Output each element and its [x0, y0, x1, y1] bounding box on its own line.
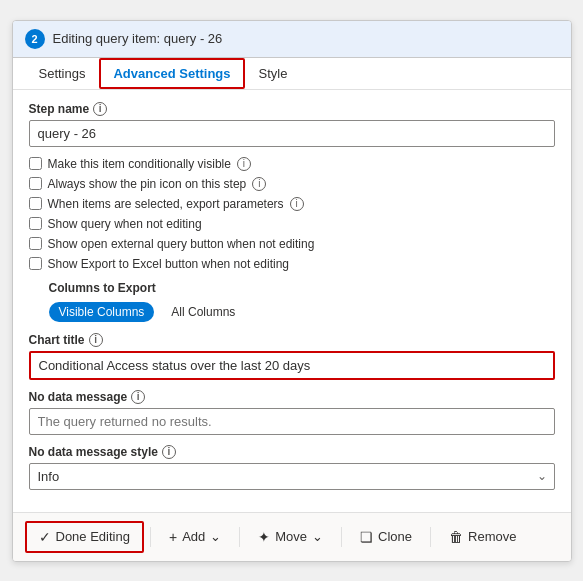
chart-title-input[interactable] — [29, 351, 555, 380]
step-badge: 2 — [25, 29, 45, 49]
all-columns-button[interactable]: All Columns — [160, 301, 246, 323]
tab-style[interactable]: Style — [245, 58, 302, 89]
checkbox-item-4[interactable]: Show open external query button when not… — [29, 237, 555, 251]
checkbox-item-2[interactable]: When items are selected, export paramete… — [29, 197, 555, 211]
checkbox-3[interactable] — [29, 217, 42, 230]
move-icon: ✦ — [258, 529, 270, 545]
columns-to-export-label: Columns to Export — [29, 281, 555, 295]
checkbox-item-0[interactable]: Make this item conditionally visible i — [29, 157, 555, 171]
checkbox-2[interactable] — [29, 197, 42, 210]
move-chevron-icon: ⌄ — [312, 529, 323, 544]
no-data-message-label: No data message i — [29, 390, 555, 404]
chart-title-group: Chart title i — [29, 333, 555, 380]
no-data-style-select[interactable]: Info Warning Error Success — [29, 463, 555, 490]
add-button[interactable]: + Add ⌄ — [157, 523, 233, 551]
no-data-style-select-wrapper: Info Warning Error Success ⌄ — [29, 463, 555, 490]
done-editing-button[interactable]: ✓ Done Editing — [25, 521, 144, 553]
clone-icon: ❏ — [360, 529, 373, 545]
add-icon: + — [169, 529, 177, 545]
remove-button[interactable]: 🗑 Remove — [437, 523, 528, 551]
tab-settings[interactable]: Settings — [25, 58, 100, 89]
info-icon-0[interactable]: i — [237, 157, 251, 171]
panel-title: Editing query item: query - 26 — [53, 31, 223, 46]
step-name-label: Step name i — [29, 102, 555, 116]
no-data-message-input[interactable] — [29, 408, 555, 435]
chart-title-label: Chart title i — [29, 333, 555, 347]
checkbox-1[interactable] — [29, 177, 42, 190]
footer-divider-1 — [150, 527, 151, 547]
footer-divider-2 — [239, 527, 240, 547]
chart-title-info-icon[interactable]: i — [89, 333, 103, 347]
no-data-style-group: No data message style i Info Warning Err… — [29, 445, 555, 490]
tab-advanced-settings[interactable]: Advanced Settings — [99, 58, 244, 89]
panel-header: 2 Editing query item: query - 26 — [13, 21, 571, 58]
checkbox-5[interactable] — [29, 257, 42, 270]
move-button[interactable]: ✦ Move ⌄ — [246, 523, 335, 551]
add-chevron-icon: ⌄ — [210, 529, 221, 544]
checkbox-4[interactable] — [29, 237, 42, 250]
no-data-message-info-icon[interactable]: i — [131, 390, 145, 404]
tabs-bar: Settings Advanced Settings Style — [13, 58, 571, 90]
checkbox-item-1[interactable]: Always show the pin icon on this step i — [29, 177, 555, 191]
checkmark-icon: ✓ — [39, 529, 51, 545]
visible-columns-button[interactable]: Visible Columns — [49, 302, 155, 322]
no-data-message-group: No data message i — [29, 390, 555, 435]
checkbox-0[interactable] — [29, 157, 42, 170]
columns-to-export-group: Columns to Export Visible Columns All Co… — [29, 281, 555, 323]
checkbox-item-3[interactable]: Show query when not editing — [29, 217, 555, 231]
panel: 2 Editing query item: query - 26 Setting… — [12, 20, 572, 562]
clone-button[interactable]: ❏ Clone — [348, 523, 424, 551]
step-name-group: Step name i — [29, 102, 555, 147]
step-name-info-icon[interactable]: i — [93, 102, 107, 116]
checkbox-group: Make this item conditionally visible i A… — [29, 157, 555, 271]
no-data-style-info-icon[interactable]: i — [162, 445, 176, 459]
trash-icon: 🗑 — [449, 529, 463, 545]
panel-body: Step name i Make this item conditionally… — [13, 90, 571, 512]
step-name-input[interactable] — [29, 120, 555, 147]
panel-footer: ✓ Done Editing + Add ⌄ ✦ Move ⌄ ❏ Clone … — [13, 512, 571, 561]
info-icon-1[interactable]: i — [252, 177, 266, 191]
columns-options: Visible Columns All Columns — [29, 301, 555, 323]
checkbox-item-5[interactable]: Show Export to Excel button when not edi… — [29, 257, 555, 271]
footer-divider-4 — [430, 527, 431, 547]
footer-divider-3 — [341, 527, 342, 547]
info-icon-2[interactable]: i — [290, 197, 304, 211]
no-data-style-label: No data message style i — [29, 445, 555, 459]
